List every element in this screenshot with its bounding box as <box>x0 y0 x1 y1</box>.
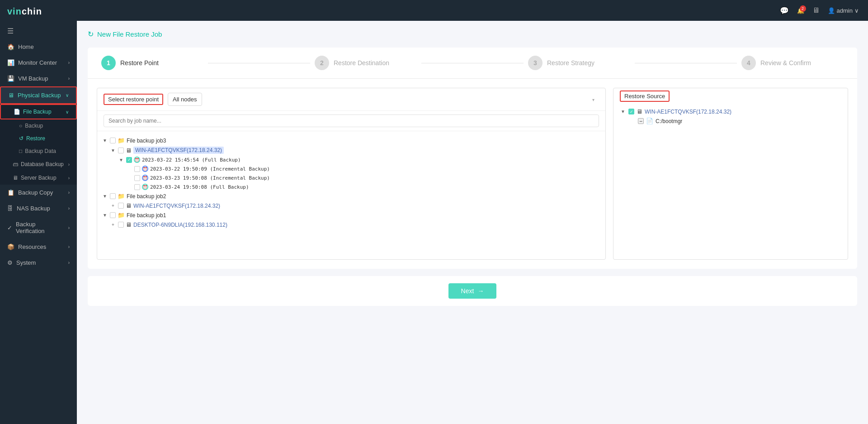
toggle-job2[interactable]: ▼ <box>102 193 108 200</box>
source-host-label: WIN-AE1FCTQVKSF(172.18.24.32) <box>645 109 731 115</box>
monitor-icon: 📊 <box>7 59 14 66</box>
step-3-circle: 3 <box>528 56 542 70</box>
physical-backup-submenu: 📄 File Backup ∨ ○ Backup ↺ Restore □ Bac… <box>0 104 77 185</box>
checkbox-inc1[interactable] <box>134 166 140 172</box>
page-title: New File Restore Job <box>97 30 162 38</box>
sub-item-backup[interactable]: ○ Backup <box>0 119 77 132</box>
select-restore-point-label: Select restore point <box>104 94 163 105</box>
tree-node-job1[interactable]: ▼ 📁 File backup job1 + 🖥 DESKTOP-6N9D <box>101 210 602 229</box>
tree-row-inc1[interactable]: ⏰ 2023-03-22 19:50:09 (Incremental Backu… <box>101 164 602 173</box>
user-menu[interactable]: 👤 admin ∨ <box>828 7 859 14</box>
tree-row-inc2[interactable]: ⏰ 2023-03-23 19:50:08 (Incremental Backu… <box>101 173 602 182</box>
tree-node-host1[interactable]: ▼ 🖥 WIN-AE1FCTQVKSF(172.18.24.32) <box>101 145 602 191</box>
chevron-icon: › <box>68 244 70 249</box>
checkbox-inc2[interactable] <box>134 175 140 181</box>
tree-row-host3[interactable]: + 🖥 DESKTOP-6N9DLIA(192.168.130.112) <box>101 220 602 229</box>
user-chevron-icon: ∨ <box>854 7 859 14</box>
checkbox-job2[interactable] <box>110 193 116 199</box>
message-icon[interactable]: 💬 <box>780 6 789 15</box>
chevron-icon: › <box>68 76 70 81</box>
main-content: 💬 🔔 2 🖥 👤 admin ∨ ↻ New File Restore Job… <box>77 0 868 424</box>
notification-badge: 2 <box>800 5 806 12</box>
step-4: 4 Review & Confirm <box>741 56 844 70</box>
clock-green-icon: ⏰ <box>134 157 140 163</box>
job3-label: File backup job3 <box>127 138 166 144</box>
chevron-icon: › <box>68 260 70 265</box>
toggle-host1[interactable]: ▼ <box>110 147 116 153</box>
step-2-label: Restore Destination <box>334 59 389 67</box>
step-1-label: Restore Point <box>120 59 159 67</box>
computer-icon-3: 🖥 <box>126 221 132 228</box>
toggle-host3[interactable]: + <box>110 222 116 228</box>
checkbox-host3[interactable] <box>118 222 124 228</box>
checkbox-job1[interactable] <box>110 212 116 218</box>
notification-bell[interactable]: 🔔 2 <box>797 7 804 14</box>
tree-container: ▼ 📁 File backup job3 ▼ <box>97 131 605 259</box>
sidebar-item-backup-verification[interactable]: ✓ Backup Verification › <box>0 216 77 239</box>
checkbox-host2[interactable] <box>118 203 124 209</box>
refresh-icon: ↻ <box>88 30 94 38</box>
job2-label: File backup job2 <box>127 193 166 200</box>
sidebar-item-home[interactable]: 🏠 Home <box>0 39 77 55</box>
checkbox-host1[interactable] <box>118 148 124 153</box>
right-panel: Restore Source ▼ ✓ 🖥 WIN-AE1FCTQVKSF(172… <box>613 88 848 260</box>
sub-item-backup-data[interactable]: □ Backup Data <box>0 145 77 157</box>
sidebar-item-vm-backup[interactable]: 💾 VM Backup › <box>0 71 77 86</box>
tree-node-job2[interactable]: ▼ 📁 File backup job2 + 🖥 WIN-AE1FCTQV <box>101 191 602 210</box>
tree-node-job3[interactable]: ▼ 📁 File backup job3 ▼ <box>101 136 602 191</box>
user-icon: 👤 <box>828 7 835 14</box>
toggle-full2 <box>126 184 132 190</box>
tree-row-host2[interactable]: + 🖥 WIN-AE1FCTQVKSF(172.18.24.32) <box>101 201 602 210</box>
chevron-icon: › <box>68 176 70 181</box>
source-checkbox-file[interactable]: − <box>638 118 644 124</box>
sidebar-sub-item-file-backup[interactable]: 📄 File Backup ∨ <box>0 104 77 119</box>
next-button[interactable]: Next → <box>448 283 497 299</box>
toggle-host2[interactable]: + <box>110 203 116 209</box>
checkbox-job3[interactable] <box>110 138 116 143</box>
chevron-down-icon: ∨ <box>66 93 69 98</box>
toggle-backup1[interactable]: ▼ <box>118 157 124 163</box>
step-3-label: Restore Strategy <box>547 59 594 67</box>
select-arrow-icon: ▾ <box>592 97 594 102</box>
sidebar-item-monitor[interactable]: 📊 Monitor Center › <box>0 55 77 71</box>
monitor-icon[interactable]: 🖥 <box>812 6 820 14</box>
sidebar-sub-item-database-backup[interactable]: 🗃 Database Backup › <box>0 157 77 171</box>
file-icon: 📄 <box>14 109 20 115</box>
sidebar-toggle[interactable]: ☰ <box>0 23 77 39</box>
resources-icon: 📦 <box>7 243 14 250</box>
host2-label: WIN-AE1FCTQVKSF(172.18.24.32) <box>133 203 220 209</box>
host3-label: DESKTOP-6N9DLIA(192.168.130.112) <box>133 222 227 228</box>
host1-label: WIN-AE1FCTQVKSF(172.18.24.32) <box>133 147 224 154</box>
tree-node-backup1[interactable]: ▼ ✓ ⏰ 2023-03-22 15:45:54 (Full Backup) <box>101 155 602 191</box>
toggle-job1[interactable]: ▼ <box>102 212 108 219</box>
wizard-body: Select restore point All nodes ▾ <box>88 79 857 269</box>
sidebar-item-nas-backup[interactable]: 🗄 NAS Backup › <box>0 200 77 216</box>
step-1-circle: 1 <box>101 56 116 70</box>
sidebar-sub-item-server-backup[interactable]: 🖥 Server Backup › <box>0 171 77 185</box>
step-1: 1 Restore Point <box>101 56 203 70</box>
node-select[interactable]: All nodes <box>168 93 202 106</box>
source-toggle-host[interactable]: ▼ <box>620 109 626 115</box>
sidebar-item-system[interactable]: ⚙ System › <box>0 255 77 271</box>
search-input[interactable] <box>104 114 599 127</box>
topbar: 💬 🔔 2 🖥 👤 admin ∨ <box>77 0 868 21</box>
computer-icon: 🖥 <box>126 147 132 154</box>
chevron-icon: › <box>68 162 70 167</box>
tree-row-full2[interactable]: ⏰ 2023-03-24 19:50:08 (Full Backup) <box>101 182 602 191</box>
content-area: ↻ New File Restore Job 1 Restore Point 2 <box>77 21 868 424</box>
sidebar-item-backup-copy[interactable]: 📋 Backup Copy › <box>0 185 77 200</box>
sidebar-item-resources[interactable]: 📦 Resources › <box>0 239 77 255</box>
checkbox-full2[interactable] <box>134 184 140 190</box>
sidebar-item-physical-backup[interactable]: 🖥 Physical Backup ∨ <box>0 86 77 104</box>
sub-item-restore[interactable]: ↺ Restore <box>0 132 77 145</box>
clock-blue-icon-2: ⏰ <box>142 175 148 181</box>
copy-icon: 📋 <box>7 189 14 196</box>
toggle-job3[interactable]: ▼ <box>102 138 108 144</box>
server-icon: 🖥 <box>13 175 18 181</box>
sidebar: vinchin ☰ 🏠 Home 📊 Monitor Center › 💾 VM… <box>0 0 77 424</box>
wizard-footer: Next → <box>88 276 857 306</box>
computer-icon-2: 🖥 <box>126 202 132 209</box>
checkbox-backup1[interactable]: ✓ <box>126 157 132 163</box>
source-checkbox-host[interactable]: ✓ <box>628 109 634 114</box>
step-connector-3 <box>635 63 737 63</box>
